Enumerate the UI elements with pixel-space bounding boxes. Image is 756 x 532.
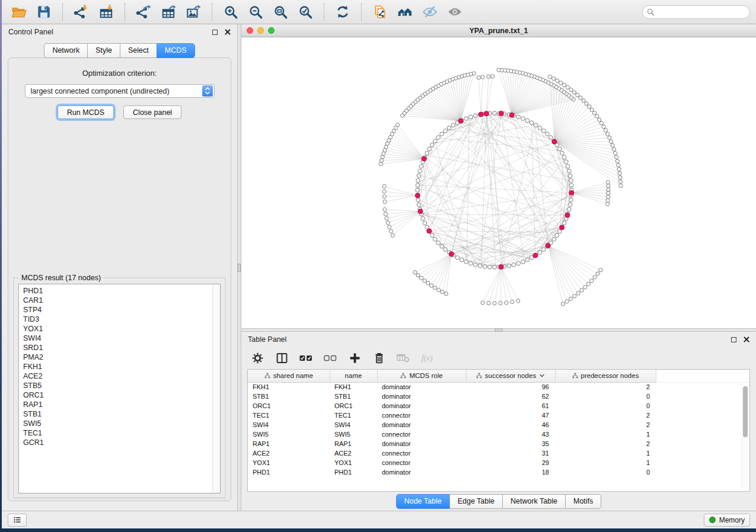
select-all-button[interactable]: [299, 352, 312, 364]
export-image-button[interactable]: [182, 2, 205, 22]
table-options-gear-button[interactable]: [251, 352, 264, 364]
table-row[interactable]: STB1STB1dominator620: [248, 392, 749, 401]
first-neighbors-button[interactable]: [394, 2, 416, 22]
mcds-result-item[interactable]: TID3: [23, 315, 212, 324]
cell: 61: [466, 401, 555, 411]
import-network-button[interactable]: [70, 2, 92, 22]
duplicate-network-button[interactable]: [369, 2, 391, 22]
column-header-predecessor-nodes[interactable]: predecessor nodes: [555, 370, 656, 382]
zoom-selected-icon: [298, 4, 313, 20]
close-panel-icon[interactable]: [225, 29, 231, 35]
vertical-splitter[interactable]: [237, 24, 241, 511]
search-field-wrap: [642, 5, 750, 19]
table-row[interactable]: SWI5SWI5connector431: [248, 430, 749, 439]
import-table-button[interactable]: [95, 2, 117, 22]
cell: connector: [377, 448, 466, 458]
show-columns-button[interactable]: [275, 352, 288, 364]
cell: 35: [466, 439, 555, 448]
shared-column-icon: [400, 373, 406, 379]
mcds-result-item[interactable]: STB5: [23, 381, 212, 390]
search-input[interactable]: [642, 5, 750, 19]
show-all-button[interactable]: [444, 2, 466, 22]
column-header-successor-nodes[interactable]: successor nodes: [466, 370, 555, 382]
zoom-in-button[interactable]: [219, 2, 242, 22]
mcds-result-groupbox: MCDS result (17 nodes) PHD1CAR1STP4TID3Y…: [14, 278, 225, 498]
tab-mcds[interactable]: MCDS: [157, 43, 195, 58]
mcds-result-item[interactable]: PMA2: [23, 352, 212, 362]
close-table-panel-icon[interactable]: [744, 336, 749, 342]
mcds-result-item[interactable]: PHD1: [23, 286, 212, 296]
table-row[interactable]: PHD1PHD1dominator180: [248, 467, 749, 477]
mcds-result-item[interactable]: FKH1: [23, 362, 212, 371]
close-panel-button[interactable]: Close panel: [123, 105, 181, 119]
column-header-filler: [656, 370, 749, 382]
mcds-result-item[interactable]: SWI5: [23, 419, 212, 428]
mcds-result-item[interactable]: RAP1: [23, 400, 212, 409]
mcds-result-item[interactable]: STP4: [23, 305, 212, 315]
mcds-result-item[interactable]: STB1: [23, 409, 212, 419]
tab-style[interactable]: Style: [87, 43, 120, 58]
cell-filler: [656, 448, 749, 458]
tab-motifs[interactable]: Motifs: [565, 494, 601, 509]
mcds-result-item[interactable]: ACE2: [23, 371, 212, 381]
zoom-selected-button[interactable]: [294, 2, 317, 22]
column-label: MCDS role: [409, 372, 442, 379]
mcds-result-item[interactable]: ORC1: [23, 390, 212, 400]
network-canvas[interactable]: [241, 37, 756, 328]
window-maximize-icon[interactable]: [268, 27, 275, 34]
window-close-icon[interactable]: [247, 27, 253, 34]
hide-selected-button[interactable]: [419, 2, 441, 22]
zoom-fit-button[interactable]: [269, 2, 292, 22]
mcds-result-item[interactable]: TEC1: [23, 428, 212, 438]
mcds-result-item[interactable]: CAR1: [23, 296, 212, 305]
fx-icon: [421, 352, 434, 364]
mcds-list-scrollbar[interactable]: [212, 284, 220, 493]
cell: dominator: [377, 401, 466, 411]
cell: ORC1: [248, 401, 330, 411]
export-table-button[interactable]: [157, 2, 180, 22]
network-list-button[interactable]: [8, 514, 27, 527]
tab-network-table[interactable]: Network Table: [502, 494, 566, 509]
table-row[interactable]: YOX1YOX1connector291: [248, 458, 749, 467]
zoom-out-button[interactable]: [244, 2, 267, 22]
tab-edge-table[interactable]: Edge Table: [449, 494, 503, 509]
cell: SWI4: [248, 420, 330, 430]
cell: 0: [555, 401, 656, 411]
open-session-button[interactable]: [8, 2, 30, 22]
window-minimize-icon[interactable]: [257, 27, 264, 34]
mcds-result-item[interactable]: YOX1: [23, 324, 212, 334]
table-row[interactable]: SWI4SWI4dominator462: [248, 420, 749, 430]
table-row[interactable]: TEC1TEC1connector472: [248, 411, 749, 420]
tab-node-table[interactable]: Node Table: [396, 494, 450, 509]
table-scrollbar[interactable]: [742, 384, 748, 488]
create-column-button[interactable]: [348, 352, 361, 364]
criterion-dropdown[interactable]: largest connected component (undirected): [25, 84, 215, 98]
run-mcds-button[interactable]: Run MCDS: [58, 105, 114, 119]
float-panel-icon[interactable]: [212, 30, 218, 35]
apply-layout-button[interactable]: [331, 2, 354, 22]
save-session-button[interactable]: [33, 2, 55, 22]
export-network-button[interactable]: [132, 2, 155, 22]
column-header-MCDS-role[interactable]: MCDS role: [377, 370, 466, 382]
tab-select[interactable]: Select: [120, 43, 157, 58]
column-header-shared-name[interactable]: shared name: [248, 370, 330, 382]
table-row[interactable]: ACE2ACE2connector311: [248, 448, 749, 458]
table-row[interactable]: FKH1FKH1dominator962: [248, 382, 749, 392]
eye-icon: [447, 4, 462, 20]
delete-column-button[interactable]: [372, 352, 385, 364]
horizontal-splitter[interactable]: [241, 328, 756, 332]
sort-chevron-icon: [539, 373, 545, 378]
column-header-name[interactable]: name: [330, 370, 377, 382]
deselect-all-button[interactable]: [324, 352, 337, 364]
network-graph[interactable]: [241, 37, 756, 328]
cell: 18: [466, 467, 555, 477]
table-row[interactable]: ORC1ORC1dominator610: [248, 401, 749, 411]
mcds-result-item[interactable]: SRD1: [23, 343, 212, 352]
float-table-panel-icon[interactable]: [731, 337, 736, 342]
table-row[interactable]: RAP1RAP1dominator352: [248, 439, 749, 448]
node-table-wrap: shared namenameMCDS rolesuccessor nodesp…: [247, 369, 750, 492]
mcds-result-item[interactable]: SWI4: [23, 334, 212, 343]
mcds-result-item[interactable]: GCR1: [23, 438, 212, 447]
memory-button[interactable]: Memory: [704, 514, 750, 527]
tab-network[interactable]: Network: [44, 43, 88, 58]
